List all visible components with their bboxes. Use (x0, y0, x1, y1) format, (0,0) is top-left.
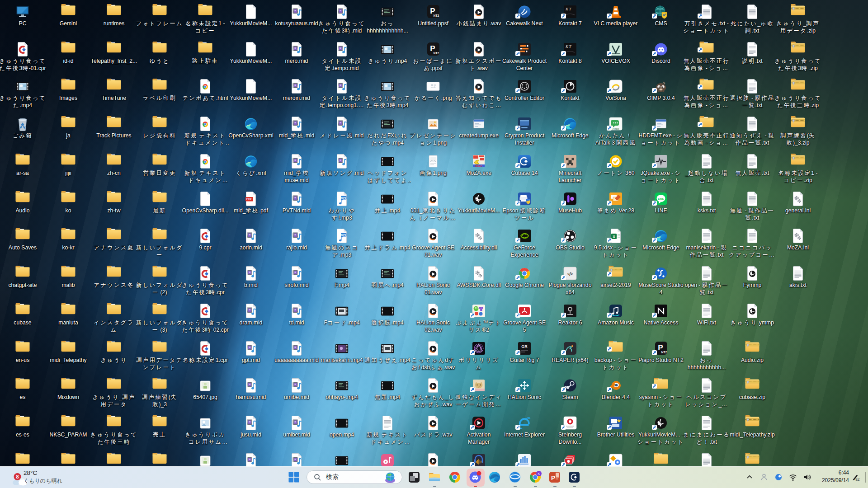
svg-text:8: 8 (16, 474, 19, 479)
svg-text:K: K (538, 472, 540, 476)
svg-text:EZ: EZ (856, 478, 860, 481)
svg-text:P: P (551, 474, 555, 481)
